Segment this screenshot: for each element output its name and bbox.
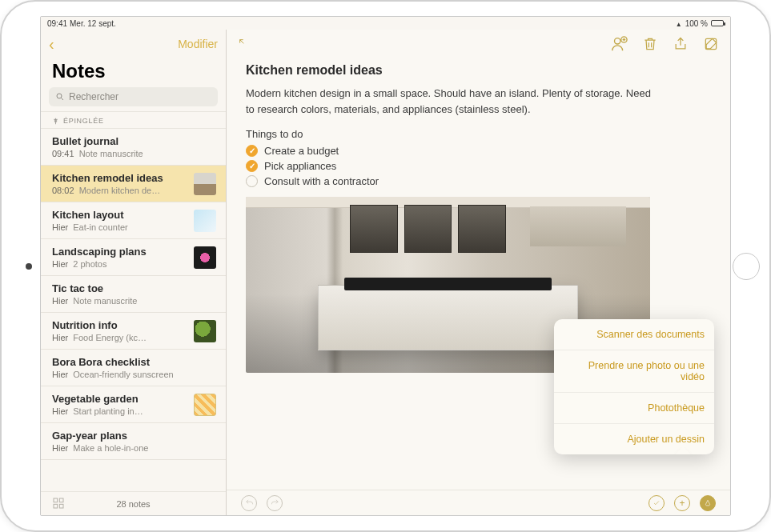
note-row-thumb [194,210,216,232]
svg-point-0 [57,94,62,98]
attach-button[interactable]: + [674,495,690,511]
markup-button[interactable] [700,495,716,511]
pin-icon [52,118,59,125]
screen: 09:41 Mer. 12 sept. 100 % ‹ Modifier Not… [40,16,731,516]
share-button[interactable] [673,36,689,52]
note-row-title: Landscaping plans [52,246,187,258]
note-row[interactable]: Tic tac toeHier Note manuscrite [41,276,226,313]
checkbox-checked-icon[interactable] [246,145,258,157]
delete-button[interactable] [642,36,658,52]
todo-label: Pick appliances [264,160,336,172]
edit-button[interactable]: Modifier [178,38,218,50]
editor-footer: + [227,490,730,515]
status-date: Mer. 12 sept. [70,19,116,28]
note-row-thumb [194,173,216,195]
search-placeholder: Rechercher [69,91,118,102]
note-row-subtitle: Hier Make a hole-in-one [52,443,216,453]
todo-item[interactable]: Pick appliances [246,158,711,174]
home-button[interactable] [733,253,760,280]
view-mode-button[interactable] [52,497,65,511]
checklist-button[interactable] [649,495,665,511]
sidebar: ‹ Modifier Notes Rechercher ÉPINGLÉE Bul… [41,30,227,515]
note-row-subtitle: Hier Food Energy (kc… [52,333,187,342]
add-person-button[interactable] [610,35,628,53]
note-row[interactable]: Landscaping plansHier 2 photos [41,239,226,276]
wifi-icon [676,19,682,28]
note-editor: Kitchen remodel ideas Modern kitchen des… [227,30,730,515]
status-bar: 09:41 Mer. 12 sept. 100 % [41,17,730,30]
note-row[interactable]: Nutrition infoHier Food Energy (kc… [41,313,226,350]
svg-rect-3 [59,498,63,502]
note-row-subtitle: Hier Eat-in counter [52,222,187,232]
note-row-subtitle: Hier Start planting in… [52,406,187,416]
note-row[interactable]: Gap-year plansHier Make a hole-in-one [41,423,226,460]
note-row[interactable]: Bora Bora checklistHier Ocean-friendly s… [41,350,226,386]
note-title: Kitchen remodel ideas [246,63,711,78]
redo-button[interactable] [267,495,283,511]
svg-rect-5 [59,504,63,508]
note-row-title: Vegetable garden [52,393,187,405]
svg-rect-4 [54,504,58,508]
back-button[interactable]: ‹ [49,35,54,54]
note-subhead: Things to do [246,128,711,140]
todo-item[interactable]: Consult with a contractor [246,174,711,189]
note-row-thumb [194,394,216,416]
checkbox-unchecked-icon[interactable] [246,175,258,187]
note-row-subtitle: 08:02 Modern kitchen de… [52,186,187,195]
popover-item[interactable]: Prendre une photo ou une vidéo [554,350,714,393]
sidebar-title: Notes [41,58,226,87]
note-row-subtitle: 09:41 Note manuscrite [52,149,216,158]
note-body-text: Modern kitchen design in a small space. … [246,86,654,117]
popover-item[interactable]: Scanner des documents [554,319,714,350]
note-row-thumb [194,320,216,342]
note-row-title: Tic tac toe [52,282,216,294]
todo-label: Create a budget [264,145,339,157]
note-row-title: Bora Bora checklist [52,356,216,368]
notes-count: 28 notes [65,499,202,509]
checkbox-checked-icon[interactable] [246,160,258,172]
note-row-subtitle: Hier 2 photos [52,259,187,269]
expand-icon[interactable] [238,38,251,50]
pinned-section-header: ÉPINGLÉE [41,111,226,129]
status-time: 09:41 [47,19,67,28]
svg-line-1 [62,98,64,101]
ipad-device-frame: 09:41 Mer. 12 sept. 100 % ‹ Modifier Not… [0,0,771,532]
svg-point-6 [615,38,620,44]
todo-list: Create a budgetPick appliancesConsult wi… [246,143,711,189]
todo-item[interactable]: Create a budget [246,143,711,158]
note-row-subtitle: Hier Ocean-friendly sunscreen [52,370,216,379]
battery-icon [711,20,724,26]
undo-button[interactable] [241,495,257,511]
note-content[interactable]: Kitchen remodel ideas Modern kitchen des… [227,58,730,490]
popover-item[interactable]: Ajouter un dessin [554,424,714,454]
todo-label: Consult with a contractor [264,175,379,187]
note-row[interactable]: Kitchen layoutHier Eat-in counter [41,202,226,239]
note-row[interactable]: Bullet journal09:41 Note manuscrite [41,129,226,166]
compose-button[interactable] [703,36,719,52]
note-row[interactable]: Vegetable gardenHier Start planting in… [41,386,226,423]
notes-list: Bullet journal09:41 Note manuscriteKitch… [41,129,226,491]
battery-text: 100 % [685,19,708,28]
device-camera [26,263,32,270]
search-input[interactable]: Rechercher [49,87,218,106]
editor-toolbar [227,30,730,58]
note-row[interactable]: Kitchen remodel ideas08:02 Modern kitche… [41,166,226,202]
note-row-title: Kitchen remodel ideas [52,172,187,184]
attach-popover: Scanner des documentsPrendre une photo o… [554,319,714,454]
note-row-title: Gap-year plans [52,430,216,442]
note-row-title: Nutrition info [52,319,187,331]
note-row-thumb [194,246,216,269]
note-row-title: Kitchen layout [52,209,187,221]
popover-item[interactable]: Photothèque [554,393,714,424]
search-icon [55,92,65,102]
note-row-subtitle: Hier Note manuscrite [52,296,216,306]
svg-rect-2 [54,498,58,502]
note-row-title: Bullet journal [52,135,216,147]
